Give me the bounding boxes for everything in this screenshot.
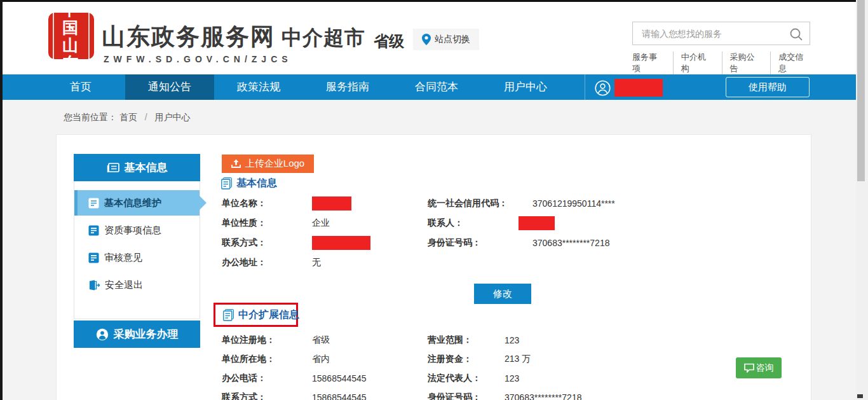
- modify-button[interactable]: 修改: [474, 284, 531, 304]
- field-value: 企业: [312, 217, 330, 229]
- field-value: 213 万: [505, 354, 531, 365]
- field-value: 省级: [312, 334, 330, 346]
- nav-item-service-guide[interactable]: 服务指南: [303, 74, 392, 100]
- field-unit-type: 单位性质： 企业: [222, 213, 370, 233]
- seal-text: 中国山东: [53, 0, 90, 74]
- nav-item-policies[interactable]: 政策法规: [214, 74, 303, 100]
- field-value: 370683********7218: [532, 238, 609, 248]
- document-icon: [88, 252, 99, 263]
- site-title: 山东政务服务网: [102, 24, 275, 50]
- upload-logo-button[interactable]: 上传企业Logo: [222, 155, 314, 173]
- document-icon: [88, 198, 99, 209]
- breadcrumb-home-link[interactable]: 首页: [119, 112, 137, 122]
- field-legal-representative: 法定代表人： 123: [428, 369, 581, 388]
- search-icon[interactable]: [789, 27, 804, 42]
- sidebar-item-logout[interactable]: 安全退出: [74, 272, 200, 298]
- redacted-unit-name: [312, 197, 351, 210]
- service-search-box: [632, 22, 810, 45]
- field-value: 无: [312, 257, 321, 268]
- nav-item-user-center[interactable]: 用户中心: [481, 74, 570, 100]
- field-label: 身份证号码：: [428, 237, 532, 249]
- exit-door-icon: [88, 280, 100, 291]
- field-value: 123: [505, 373, 519, 383]
- extended-info-right-column: 营业范围： 123 注册资金： 213 万 法定代表人： 123 身份证号码： …: [428, 331, 581, 400]
- sidebar-header-purchase-label: 采购业务办理: [114, 327, 179, 341]
- extended-info-section-title: 中介扩展信息: [223, 308, 299, 322]
- window-left-edge: [0, 0, 3, 400]
- redacted-contact-person: [519, 216, 555, 230]
- field-label: 联系方式：: [222, 237, 312, 249]
- window-top-edge: [0, 0, 868, 2]
- sidebar-item-label: 资质事项信息: [104, 224, 161, 237]
- sidebar-menu: 基本信息维护 资质事项信息: [74, 181, 200, 319]
- link-intermediary-agencies[interactable]: 中介机构: [674, 52, 722, 74]
- field-value: 123: [505, 335, 519, 345]
- section-document-icon: [221, 177, 232, 190]
- location-pin-icon: [422, 34, 431, 45]
- sidebar-item-label: 安全退出: [105, 279, 143, 291]
- breadcrumb-prefix: 您当前位置：: [64, 112, 117, 122]
- field-unit-location: 单位所在地： 省内: [222, 350, 367, 369]
- field-label: 法定代表人：: [428, 373, 505, 384]
- field-value: 37061219950114****: [532, 198, 615, 209]
- id-card-icon: [107, 162, 119, 174]
- site-url-text: ZWFW.SD.GOV.CN/ZJCS: [104, 54, 292, 64]
- site-seal-logo: 中国山东: [48, 13, 94, 59]
- link-purchase-announcements[interactable]: 采购公告: [722, 52, 771, 74]
- consult-button[interactable]: 咨询: [736, 357, 782, 378]
- site-title-line: 山东政务服务网中介超市: [102, 21, 365, 53]
- field-label: 身份证号码：: [428, 392, 505, 400]
- field-value: 15868544545: [312, 392, 367, 400]
- nav-item-contract-templates[interactable]: 合同范本: [392, 74, 481, 100]
- field-label: 办公地址：: [222, 257, 312, 268]
- nav-user-account[interactable]: [595, 79, 665, 96]
- field-contact-person: 联系人：: [428, 213, 615, 233]
- site-header: 中国山东 山东政务服务网中介超市 ZWFW.SD.GOV.CN/ZJCS 省级 …: [0, 2, 868, 74]
- breadcrumb-current: 用户中心: [155, 112, 191, 122]
- field-id-number: 身份证号码： 370683********7218: [428, 233, 615, 252]
- site-level-label: 省级: [374, 31, 404, 52]
- field-label: 注册资金：: [428, 354, 505, 365]
- basic-info-title-label: 基本信息: [236, 177, 277, 190]
- link-service-items[interactable]: 服务事项: [632, 52, 674, 74]
- site-switch-button[interactable]: 站点切换: [413, 29, 479, 50]
- document-icon: [88, 225, 99, 236]
- sidebar-header-purchase-business[interactable]: 采购业务办理: [74, 321, 200, 348]
- nav-divider: [585, 74, 585, 100]
- sidebar-item-qualification-info[interactable]: 资质事项信息: [74, 217, 200, 243]
- sidebar-item-review-opinions[interactable]: 审核意见: [74, 245, 200, 270]
- field-value: 15868544545: [312, 373, 367, 383]
- field-id-number-ext: 身份证号码： 370683********7218: [428, 388, 581, 400]
- basic-info-left-column: 单位名称： 单位性质： 企业 联系方式： 办公地址： 无: [222, 193, 370, 272]
- upload-logo-label: 上传企业Logo: [245, 158, 304, 170]
- field-value: 省内: [312, 354, 330, 365]
- sidebar-item-basic-info-maintenance[interactable]: 基本信息维护: [74, 190, 200, 216]
- extended-info-left-column: 单位注册地： 省级 单位所在地： 省内 办公电话： 15868544545 联系…: [222, 331, 367, 400]
- vertical-scrollbar: [856, 0, 868, 400]
- upload-icon: [231, 159, 241, 169]
- sidebar-item-label: 审核意见: [104, 252, 142, 264]
- section-document-icon: [223, 309, 234, 321]
- field-registered-capital: 注册资金： 213 万: [428, 350, 581, 369]
- search-input[interactable]: [633, 22, 785, 45]
- basic-info-section-title: 基本信息: [221, 177, 277, 190]
- extended-info-title-label: 中介扩展信息: [238, 308, 299, 322]
- link-deal-info[interactable]: 成交信息: [771, 52, 811, 74]
- field-label: 单位名称：: [222, 198, 312, 209]
- nav-item-home[interactable]: 首页: [36, 74, 125, 100]
- help-button[interactable]: 使用帮助: [726, 77, 810, 97]
- scrollbar-thumb[interactable]: [857, 0, 865, 181]
- basic-info-right-column: 统一社会信用代码： 37061219950114**** 联系人： 身份证号码：…: [428, 193, 615, 252]
- field-label: 营业范围：: [428, 334, 505, 346]
- site-subtitle: 中介超市: [281, 26, 365, 49]
- user-circle-icon: [595, 80, 611, 96]
- nav-item-notices[interactable]: 通知公告: [125, 74, 214, 100]
- field-office-address: 办公地址： 无: [222, 252, 370, 272]
- header-quick-links: 服务事项 中介机构 采购公告 成交信息: [632, 52, 811, 74]
- field-label: 统一社会信用代码：: [428, 198, 532, 209]
- sidebar-header-basic-info-label: 基本信息: [125, 160, 168, 175]
- field-unit-name: 单位名称：: [222, 193, 370, 213]
- sidebar-item-label: 基本信息维护: [104, 197, 161, 209]
- browser-viewport: 中国山东 山东政务服务网中介超市 ZWFW.SD.GOV.CN/ZJCS 省级 …: [0, 0, 868, 400]
- sidebar-header-basic-info[interactable]: 基本信息: [74, 154, 200, 181]
